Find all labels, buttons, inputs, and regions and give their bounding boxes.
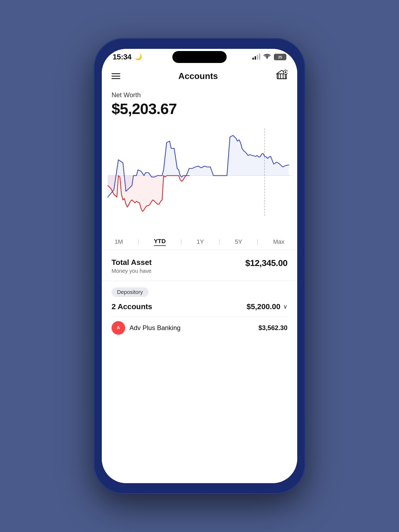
menu-button[interactable] (112, 73, 120, 79)
phone-screen: 15:34 🌙 (102, 49, 297, 483)
add-account-button[interactable] (276, 70, 287, 82)
total-asset-row: Total Asset Money you have $12,345.00 (112, 258, 287, 274)
account-icon: A (112, 321, 125, 335)
net-worth-label: Net Worth (112, 91, 287, 99)
depository-section: Depository 2 Accounts $5,200.00 ∨ A Adv … (102, 281, 297, 346)
wifi-icon (264, 53, 271, 61)
nav-bar: Accounts (102, 65, 297, 87)
main-content: Net Worth $5,203.67 (102, 87, 297, 483)
total-asset-label: Total Asset (112, 258, 152, 267)
phone-frame: 15:34 🌙 (94, 38, 305, 494)
period-1y[interactable]: 1Y (197, 238, 204, 245)
net-worth-chart (102, 120, 297, 223)
account-name: Adv Plus Banking (129, 324, 180, 332)
svg-point-0 (267, 57, 268, 59)
account-icon-text: A (117, 325, 120, 330)
dynamic-island (172, 51, 227, 63)
accounts-amount-container: $5,200.00 ∨ (246, 302, 287, 311)
status-bar: 15:34 🌙 (102, 49, 297, 65)
chart-section[interactable] (102, 120, 297, 234)
net-worth-section: Net Worth $5,203.67 (102, 87, 297, 120)
total-asset-amount: $12,345.00 (245, 258, 287, 268)
period-ytd[interactable]: YTD (154, 238, 166, 246)
account-item[interactable]: A Adv Plus Banking $3,562.30 (112, 316, 287, 339)
moon-icon: 🌙 (135, 53, 142, 61)
total-asset-section: Total Asset Money you have $12,345.00 (102, 250, 297, 281)
time-period-selector[interactable]: 1M | YTD | 1Y | 5Y | Max (102, 234, 297, 250)
accounts-summary-row[interactable]: 2 Accounts $5,200.00 ∨ (112, 302, 287, 311)
chevron-down-icon: ∨ (283, 303, 287, 310)
accounts-count-label: 2 Accounts (112, 302, 152, 311)
net-worth-amount: $5,203.67 (112, 100, 287, 118)
period-5y[interactable]: 5Y (235, 238, 242, 245)
battery-icon: 25 (274, 54, 286, 60)
page-title: Accounts (178, 71, 218, 81)
account-amount: $3,562.30 (258, 324, 287, 332)
account-item-left: A Adv Plus Banking (112, 321, 180, 335)
period-max[interactable]: Max (273, 238, 284, 245)
total-asset-sublabel: Money you have (112, 268, 152, 274)
status-time: 15:34 (113, 53, 131, 61)
depository-badge: Depository (112, 287, 148, 297)
total-asset-info: Total Asset Money you have (112, 258, 152, 274)
status-icons: 25 (252, 53, 286, 61)
accounts-total-amount: $5,200.00 (246, 302, 280, 311)
period-1m[interactable]: 1M (115, 238, 123, 245)
signal-icon (252, 54, 260, 60)
